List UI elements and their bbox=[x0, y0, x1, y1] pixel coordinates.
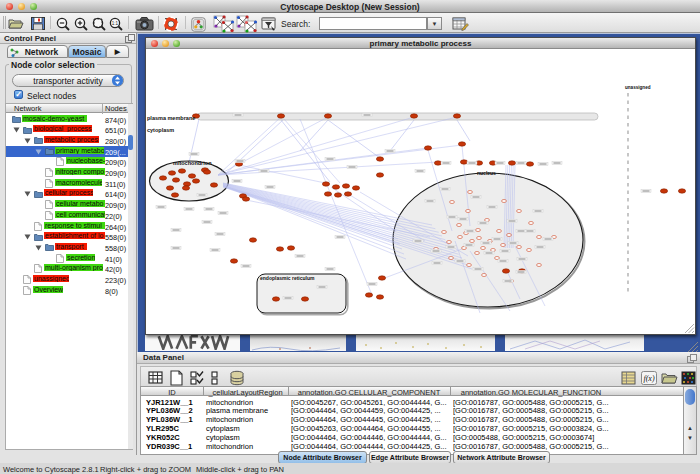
svg-text:mitochondrion: mitochondrion bbox=[173, 160, 212, 166]
svg-text:nucleus: nucleus bbox=[477, 170, 496, 176]
svg-text:1:1: 1:1 bbox=[112, 21, 119, 26]
svg-text:f(x): f(x) bbox=[643, 374, 654, 383]
svg-text:plasma membrane: plasma membrane bbox=[147, 115, 195, 121]
svg-text:unassigned: unassigned bbox=[625, 85, 651, 90]
svg-text:cytoplasm: cytoplasm bbox=[147, 127, 174, 133]
svg-text:endoplasmic reticulum: endoplasmic reticulum bbox=[260, 275, 315, 281]
